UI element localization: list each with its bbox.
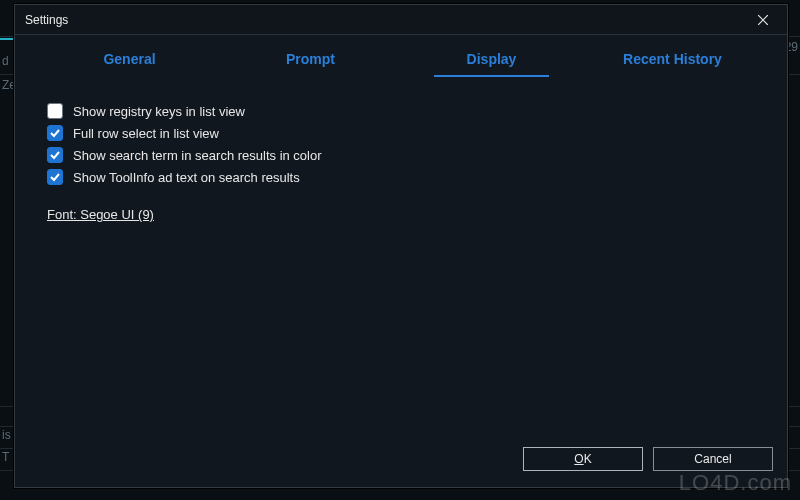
checkbox-full-row-select[interactable] (47, 125, 63, 141)
bg-text: T (2, 450, 9, 464)
settings-dialog: Settings General Prompt Display Recent H… (14, 4, 788, 488)
check-icon (49, 171, 61, 183)
dialog-title: Settings (25, 13, 743, 27)
option-label: Show ToolInfo ad text on search results (73, 170, 300, 185)
ok-button[interactable]: OK (523, 447, 643, 471)
checkbox-show-registry-keys[interactable] (47, 103, 63, 119)
option-show-search-term-color[interactable]: Show search term in search results in co… (47, 147, 755, 163)
font-picker-link[interactable]: Font: Segoe UI (9) (47, 207, 154, 222)
checkbox-show-search-term-color[interactable] (47, 147, 63, 163)
dialog-footer: OK Cancel (15, 441, 787, 487)
tab-content-display: Show registry keys in list view Full row… (15, 75, 787, 441)
cancel-button[interactable]: Cancel (653, 447, 773, 471)
ok-button-mnemonic: O (574, 452, 583, 466)
bg-text: d (2, 54, 9, 68)
option-label: Show search term in search results in co… (73, 148, 322, 163)
checkbox-show-toolinfo-ad[interactable] (47, 169, 63, 185)
bg-text: is (2, 428, 11, 442)
ok-button-rest: K (584, 452, 592, 466)
check-icon (49, 127, 61, 139)
check-icon (49, 149, 61, 161)
close-button[interactable] (743, 7, 783, 33)
option-label: Show registry keys in list view (73, 104, 245, 119)
tab-display[interactable]: Display (401, 43, 582, 75)
titlebar: Settings (15, 5, 787, 35)
tab-general[interactable]: General (39, 43, 220, 75)
option-show-toolinfo-ad[interactable]: Show ToolInfo ad text on search results (47, 169, 755, 185)
tabs: General Prompt Display Recent History (15, 35, 787, 75)
option-full-row-select[interactable]: Full row select in list view (47, 125, 755, 141)
close-icon (758, 15, 768, 25)
tab-recent-history[interactable]: Recent History (582, 43, 763, 75)
tab-prompt[interactable]: Prompt (220, 43, 401, 75)
option-show-registry-keys[interactable]: Show registry keys in list view (47, 103, 755, 119)
option-label: Full row select in list view (73, 126, 219, 141)
